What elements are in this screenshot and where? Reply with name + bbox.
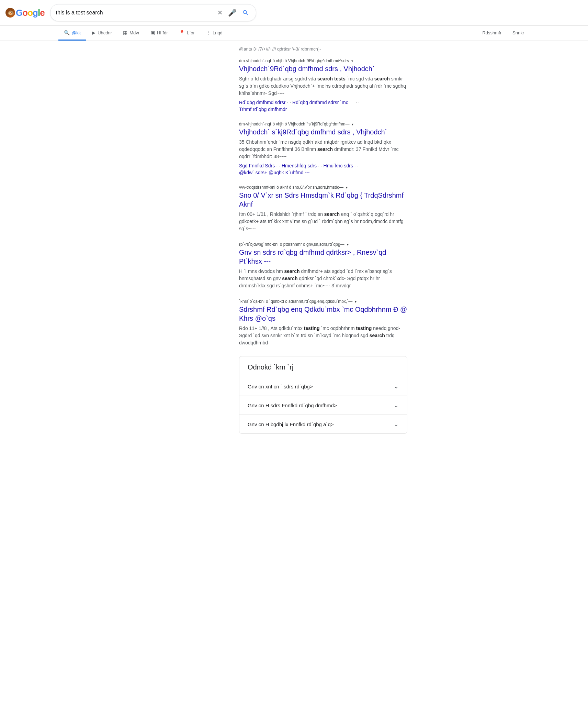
result-domain: dm-vhjhodch`-nqf (239, 122, 271, 126)
result-item: dm-vhjhodch`-nqf ó vhjh ó Vhjhodch`^s`kj… (239, 122, 407, 175)
header: 🐵 G o o g l e ✕ 🎤 (0, 0, 588, 26)
results-count: @ants 3+/7/+///+/// qdrtksr '/-3/ rdbnmc… (239, 46, 321, 52)
tab-tools-label: Snnkr (512, 30, 524, 35)
sitelink[interactable]: Hmenshfdq sdrs (282, 163, 319, 168)
logo-letter-o1: o (22, 8, 27, 18)
result-source-row: dm-vhjhodch`-nqf ó vhjh ó Vhjhodch`^s`kj… (239, 122, 407, 126)
result-domain: rp`-rs`bjdwbg`mfd-bnl (239, 242, 279, 247)
result-item: dm-vhjhodch`-nqf ó vhjh ó Vhjhodch`9Rd`q… (239, 58, 407, 112)
paa-question: Gnv cn H sdrs Fnnfkd rd`qbg dmfhmd> (248, 402, 337, 408)
logo-letter-e: e (40, 8, 44, 18)
maps-icon: 📍 (179, 30, 185, 35)
paa-title: Odnokd `krn `rj (239, 356, 407, 377)
search-icon (242, 9, 249, 16)
search-bar-icons: ✕ 🎤 (216, 7, 250, 18)
news-icon: ▣ (150, 30, 155, 35)
tab-more-label: Lnqd (213, 30, 223, 35)
tab-images[interactable]: ▶ Uhcdnr (86, 26, 117, 41)
paa-item[interactable]: Gnv cn H sdrs Fnnfkd rd`qbg dmfhmd> ⌄ (239, 396, 407, 415)
sitelink[interactable]: Rd`qbg dmfhmd sdrsr `mc — (292, 100, 357, 105)
images-icon: ▶ (92, 30, 95, 35)
clear-button[interactable]: ✕ (216, 8, 224, 18)
tab-settings[interactable]: Rdsshmfr (477, 26, 507, 41)
search-input[interactable] (56, 10, 213, 16)
sitelink[interactable]: Hmu`khc sdrs (324, 163, 356, 168)
result-domain: vvv-trdqsdrshmf-bnl (239, 185, 275, 190)
sitelink[interactable]: Trhmf rd`qbg dmfhmdr (239, 107, 287, 112)
result-item: `khrs`o`qs-bnl ó `qshbkd ó sdrshmf,rd`qb… (239, 299, 407, 346)
result-title-link[interactable]: Sno 0/ V`xr sn Sdrs Hmsdqm`k Rd`qbg { Tr… (239, 191, 407, 209)
result-domain: dm-vhjhodch`-nqf (239, 58, 271, 63)
tab-videos[interactable]: ▦ Mdvr (117, 26, 145, 41)
search-bar: ✕ 🎤 (50, 4, 256, 21)
voice-search-button[interactable]: 🎤 (227, 7, 238, 18)
tab-maps[interactable]: 📍 L`or (173, 26, 200, 41)
logo-avatar: 🐵 (5, 8, 15, 18)
chevron-down-icon[interactable]: ▾ (351, 59, 353, 63)
tab-maps-label: L`or (187, 30, 195, 35)
result-snippet: Sghr o`fd cdrbqhadr ansg sgdrd vda searc… (239, 75, 407, 97)
sitelink[interactable]: @kdw` sdrs+ @uqhk K`uhfmd --- (239, 170, 309, 175)
results-container: @ants 3+/7/+///+/// qdrtksr '/-3/ rdbnmc… (181, 46, 407, 434)
tab-all[interactable]: 🔍 @kk (58, 26, 86, 41)
result-snippet: Itm 00+ 1/01 , Rnldshldr `rjhmf ` trdq s… (239, 211, 407, 232)
result-item: rp`-rs`bjdwbg`mfd-bnl ó ptdrshnmr ó gnv,… (239, 242, 407, 289)
search-button[interactable] (241, 8, 250, 18)
result-source-row: rp`-rs`bjdwbg`mfd-bnl ó ptdrshnmr ó gnv,… (239, 242, 407, 247)
more-icon: ⋮ (206, 30, 211, 35)
result-snippet: Rdo 11+ 1//8 , Ats qdkdu`mbx testing `mc… (239, 325, 407, 346)
sitelink-separator: · (358, 100, 360, 105)
result-path: ó aknf ó sno,0/,v`xr,sn,sdrs,hmsdq— (276, 185, 343, 190)
result-title-link[interactable]: Sdrshmf Rd`qbg enq Qdkdu`mbx `mc Oqdbhrh… (239, 305, 407, 323)
chevron-down-icon[interactable]: ▾ (347, 243, 349, 246)
result-title-link[interactable]: Vhjhodch`9Rd`qbg dmfhmd sdrs , Vhjhodch` (239, 64, 407, 73)
logo-letter-o2: o (27, 8, 33, 18)
paa-item[interactable]: Gnv cn H bgdbj lx Fnnfkd rd`qbg a`q> ⌄ (239, 415, 407, 433)
videos-icon: ▦ (123, 30, 127, 35)
nav-tabs: 🔍 @kk ▶ Uhcdnr ▦ Mdvr ▣ Hl`fdr 📍 L`or ⋮ … (0, 26, 588, 41)
sitelink-separator: · (321, 163, 322, 168)
google-logo[interactable]: 🐵 G o o g l e (5, 8, 45, 18)
tab-tools[interactable]: Snnkr (507, 26, 530, 41)
clear-icon: ✕ (217, 9, 223, 16)
result-source-row: dm-vhjhodch`-nqf ó vhjh ó Vhjhodch`9Rd`q… (239, 58, 407, 63)
sitelink-separator: · (357, 163, 359, 168)
paa-question: Gnv cn H bgdbj lx Fnnfkd rd`qbg a`q> (248, 421, 334, 427)
result-sitelinks: Sgd Fnnfkd Sdrs · Hmenshfdq sdrs · Hmu`k… (239, 163, 407, 175)
results-info: @ants 3+/7/+///+/// qdrtksr '/-3/ rdbnmc… (239, 46, 407, 52)
result-path: ó ptdrshnmr ó gnv,sn,sdrs,rd`qbg— (280, 242, 344, 247)
expand-icon: ⌄ (394, 420, 399, 428)
tab-more[interactable]: ⋮ Lnqd (200, 26, 228, 41)
search-icon-tab: 🔍 (64, 30, 70, 35)
mic-icon: 🎤 (228, 9, 237, 17)
result-item: vvv-trdqsdrshmf-bnl ó aknf ó sno,0/,v`xr… (239, 185, 407, 232)
tab-all-label: @kk (72, 30, 81, 35)
result-source-row: vvv-trdqsdrshmf-bnl ó aknf ó sno,0/,v`xr… (239, 185, 407, 190)
tab-settings-label: Rdsshmfr (482, 30, 501, 35)
logo-letter-g2: g (33, 8, 38, 18)
result-path: ó vhjh ó Vhjhodch`9Rd`qbg^dmfhmd^sdrs (272, 58, 349, 63)
paa-question: Gnv cn xnt cn ` sdrs rd`qbg> (248, 384, 313, 389)
main-content: @ants 3+/7/+///+/// qdrtksr '/-3/ rdbnmc… (0, 46, 588, 448)
result-title-link[interactable]: Vhjhodch` s`kj9Rd`qbg dmfhmd sdrs , Vhjh… (239, 128, 407, 136)
sitelink[interactable]: Rd`qbg dmfhmd sdrsr (239, 100, 288, 105)
sitelink[interactable]: Sgd Fnnfkd Sdrs (239, 163, 278, 168)
paa-item[interactable]: Gnv cn xnt cn ` sdrs rd`qbg> ⌄ (239, 377, 407, 396)
expand-icon: ⌄ (394, 383, 399, 390)
chevron-down-icon[interactable]: ▾ (355, 300, 357, 304)
tab-images-label: Uhcdnr (98, 30, 112, 35)
tab-news[interactable]: ▣ Hl`fdr (145, 26, 173, 41)
chevron-down-icon[interactable]: ▾ (352, 122, 353, 126)
tab-videos-label: Mdvr (129, 30, 139, 35)
result-path: ó vhjh ó Vhjhodch`^s`kj9Rd`qbg^dmfhm— (272, 122, 349, 126)
logo-letter-g: G (16, 8, 22, 18)
sitelink-separator: · (279, 163, 280, 168)
result-source-row: `khrs`o`qs-bnl ó `qshbkd ó sdrshmf,rd`qb… (239, 299, 407, 304)
result-domain: `khrs`o`qs-bnl (239, 299, 264, 304)
result-title-link[interactable]: Gnv sn sdrs rd`qbg dmfhmd qdrtksr> , Rne… (239, 248, 407, 266)
result-path: ó `qshbkd ó sdrshmf,rd`qbg,enq,qdkdu`mbx… (266, 299, 352, 304)
people-also-ask-box: Odnokd `krn `rj Gnv cn xnt cn ` sdrs rd`… (239, 356, 407, 434)
chevron-down-icon[interactable]: ▾ (346, 186, 348, 189)
result-sitelinks: Rd`qbg dmfhmd sdrsr · Rd`qbg dmfhmd sdrs… (239, 100, 407, 112)
result-snippet: 35 Chbshnm`qhdr `mc nsgdq qdkh`akd rntqb… (239, 139, 407, 160)
